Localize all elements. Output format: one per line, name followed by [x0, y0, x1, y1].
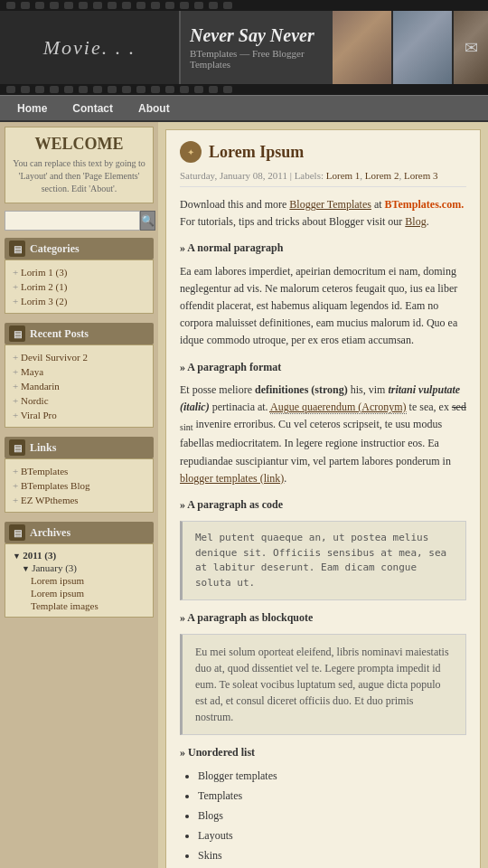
post-body: Download this and more Blogger Templates… — [180, 196, 466, 868]
list-item: EZ WPthemes — [13, 493, 145, 507]
post-icon — [180, 141, 202, 163]
list-item: Lorim 1 (3) — [13, 265, 145, 279]
normal-paragraph-heading: A normal paragraph — [180, 240, 466, 257]
film-hole — [151, 86, 160, 93]
list-item: Mandarin — [13, 379, 145, 393]
film-hole — [209, 2, 218, 9]
post-box: Lorem Ipsum Saturday, January 08, 2011 |… — [165, 129, 481, 868]
download-prefix: Download this and more — [180, 198, 289, 211]
archive-month[interactable]: January (3) — [13, 561, 145, 574]
archives-content: 2011 (3) January (3) Lorem ipsum Lorem i… — [5, 543, 154, 618]
sub-text: sint — [180, 422, 192, 432]
post-title: Lorem Ipsum — [209, 143, 304, 162]
sidebar: WELCOME You can replace this text by goi… — [0, 122, 158, 868]
header-movie-title: Movie. . . — [0, 11, 181, 84]
recent-posts-title: ▤ Recent Posts — [5, 323, 154, 344]
list-item: Blogs — [198, 807, 466, 825]
list-item: Template images — [13, 599, 145, 612]
film-hole — [50, 2, 59, 9]
film-hole — [223, 2, 232, 9]
film-hole — [93, 2, 102, 9]
list-item: Nordic — [13, 393, 145, 408]
list-item: Lorem ipsum — [13, 587, 145, 599]
post-label-1[interactable]: Lorem 1 — [326, 170, 361, 181]
film-hole — [6, 86, 15, 93]
film-hole — [122, 86, 131, 93]
archive-post-link-2[interactable]: Lorem ipsum — [31, 588, 84, 599]
film-hole — [93, 86, 102, 93]
links-icon: ▤ — [9, 439, 25, 456]
list-item: Lorem ipsum — [13, 574, 145, 587]
post-title-area: Lorem Ipsum — [180, 141, 466, 163]
film-hole — [151, 2, 160, 9]
main-content: Lorem Ipsum Saturday, January 08, 2011 |… — [158, 122, 488, 868]
unordered-list-heading: Unordered list — [180, 744, 466, 761]
widget-links: ▤ Links BTemplates BTemplates Blog EZ WP… — [5, 437, 154, 513]
post-label-3[interactable]: Lorem 3 — [404, 170, 438, 181]
category-link-1[interactable]: Lorim 1 (3) — [21, 267, 67, 278]
acronym-text: Augue quaerendum (Acronym) — [270, 401, 407, 414]
search-input[interactable] — [5, 211, 140, 231]
film-hole — [194, 2, 203, 9]
search-button[interactable]: 🔍 — [140, 211, 155, 231]
at-text: at — [374, 198, 385, 211]
film-hole — [136, 2, 145, 9]
list-item: Blogger templates — [198, 768, 466, 785]
post-labels-prefix: | Labels: — [290, 170, 326, 181]
normal-paragraph-text: Ea eam labores imperdiet, apeirian democ… — [180, 263, 466, 350]
btemplates-logo: BTemplates.com. — [385, 198, 465, 211]
post-meta: Saturday, January 08, 2011 | Labels: Lor… — [180, 170, 466, 187]
archive-post-link-3[interactable]: Template images — [31, 600, 99, 611]
nav-contact[interactable]: Contact — [60, 99, 126, 118]
nav-about[interactable]: About — [126, 99, 183, 118]
film-hole — [21, 86, 30, 93]
list-item: BTemplates Blog — [13, 478, 145, 493]
blog-link[interactable]: Blog — [405, 215, 426, 228]
list-item: Lorim 3 (2) — [13, 294, 145, 308]
categories-icon: ▤ — [9, 241, 25, 257]
unordered-list: Blogger templates Templates Blogs Layout… — [198, 768, 466, 868]
header-banner: Never Say Never BTemplates — Free Blogge… — [181, 11, 333, 84]
film-hole — [165, 86, 174, 93]
blogger-templates-link-2[interactable]: blogger templates (link) — [180, 472, 284, 485]
film-hole — [6, 2, 15, 9]
archive-post-link-1[interactable]: Lorem ipsum — [31, 575, 84, 586]
archives-icon: ▤ — [9, 524, 25, 541]
recent-post-link-5[interactable]: Viral Pro — [21, 410, 57, 420]
acronym-link[interactable]: Augue quaerendum (Acronym) — [270, 401, 407, 414]
header-image-3: ✉ — [454, 11, 488, 84]
widget-archives: ▤ Archives 2011 (3) January (3) Lorem ip… — [5, 522, 154, 618]
list-item: Templates — [198, 788, 466, 805]
categories-title: ▤ Categories — [5, 238, 154, 259]
blockquote-heading: A paragraph as blockquote — [180, 609, 466, 627]
recent-posts-content: Devil Survivor 2 Maya Mandarin Nordic Vi… — [5, 344, 154, 428]
link-ezwpthemes[interactable]: EZ WPthemes — [21, 495, 79, 505]
list-item: Maya — [13, 364, 145, 379]
film-strip-top — [0, 0, 488, 11]
recent-post-link-2[interactable]: Maya — [21, 366, 43, 377]
archive-year[interactable]: 2011 (3) — [13, 549, 145, 561]
post-label-2[interactable]: Lorem 2 — [365, 170, 399, 181]
category-link-2[interactable]: Lorim 2 (1) — [21, 281, 67, 292]
post-date: Saturday, January 08, 2011 — [180, 170, 287, 181]
list-item: Layouts — [198, 827, 466, 844]
welcome-box: WELCOME You can replace this text by goi… — [5, 127, 154, 203]
recent-post-link-3[interactable]: Mandarin — [21, 381, 60, 392]
header-image-2 — [393, 11, 452, 84]
film-strip-bottom — [0, 84, 488, 95]
category-link-3[interactable]: Lorim 3 (2) — [21, 296, 67, 307]
welcome-text: You can replace this text by going to 'L… — [13, 157, 145, 195]
format-paragraph-text: Et posse meliore definitiones (strong) h… — [180, 382, 466, 487]
download-paragraph: Download this and more Blogger Templates… — [180, 196, 466, 231]
recent-post-link-1[interactable]: Devil Survivor 2 — [21, 352, 88, 363]
blogger-templates-link[interactable]: Blogger Templates — [289, 198, 371, 211]
link-btemplates[interactable]: BTemplates — [21, 466, 68, 476]
film-hole — [194, 86, 203, 93]
link-btemplates-blog[interactable]: BTemplates Blog — [21, 480, 90, 491]
film-hole — [122, 2, 131, 9]
list-item: Lorim 2 (1) — [13, 279, 145, 294]
nav-home[interactable]: Home — [5, 99, 60, 118]
film-hole — [136, 86, 145, 93]
recent-post-link-4[interactable]: Nordic — [21, 395, 49, 406]
for-tutorials-text: For tutorials, tips and tricks about Blo… — [180, 215, 405, 228]
